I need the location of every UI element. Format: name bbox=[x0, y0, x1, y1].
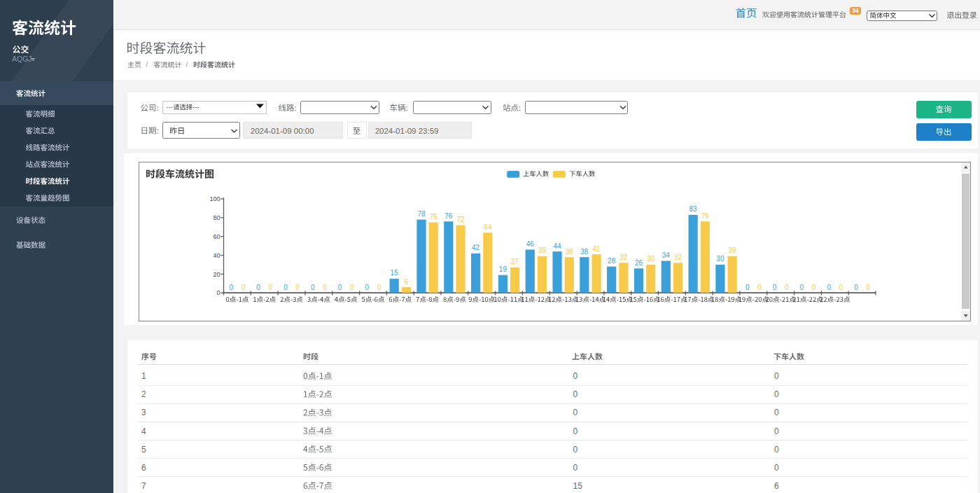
svg-text:0: 0 bbox=[573, 371, 578, 381]
svg-text:0: 0 bbox=[774, 389, 779, 399]
svg-text:0: 0 bbox=[839, 284, 844, 291]
svg-text:0: 0 bbox=[311, 284, 315, 291]
svg-text:0: 0 bbox=[573, 389, 578, 399]
svg-text:2: 2 bbox=[141, 389, 146, 399]
svg-text:15: 15 bbox=[391, 269, 399, 277]
svg-text:/: / bbox=[146, 61, 148, 69]
svg-text:0: 0 bbox=[350, 284, 354, 291]
svg-text:0: 0 bbox=[774, 463, 779, 473]
svg-text:0: 0 bbox=[827, 284, 831, 291]
svg-text:0: 0 bbox=[338, 284, 342, 291]
svg-text:38: 38 bbox=[566, 248, 574, 256]
svg-text:0: 0 bbox=[866, 284, 870, 291]
svg-text:15: 15 bbox=[573, 481, 583, 491]
svg-text:41: 41 bbox=[593, 245, 601, 253]
svg-text:0: 0 bbox=[573, 463, 578, 473]
svg-text:83: 83 bbox=[690, 205, 698, 213]
svg-text:0: 0 bbox=[746, 284, 750, 291]
svg-text:3: 3 bbox=[141, 408, 146, 417]
svg-text:0: 0 bbox=[757, 284, 762, 291]
svg-text:0: 0 bbox=[216, 289, 220, 296]
svg-text:0: 0 bbox=[774, 371, 779, 381]
svg-text:0: 0 bbox=[812, 284, 816, 291]
svg-text:0: 0 bbox=[774, 408, 779, 417]
svg-text:26: 26 bbox=[635, 259, 643, 267]
svg-text:60: 60 bbox=[213, 233, 220, 240]
svg-text:27: 27 bbox=[511, 258, 519, 265]
svg-text:34: 34 bbox=[662, 251, 671, 259]
svg-text:0: 0 bbox=[774, 426, 779, 436]
svg-text:0: 0 bbox=[785, 284, 789, 291]
svg-text:64: 64 bbox=[484, 223, 492, 231]
svg-text:0: 0 bbox=[573, 426, 578, 436]
svg-text:30: 30 bbox=[647, 255, 655, 263]
svg-text:0: 0 bbox=[284, 284, 288, 291]
svg-text:39: 39 bbox=[729, 246, 737, 254]
svg-text:39: 39 bbox=[538, 246, 547, 254]
svg-text:0: 0 bbox=[365, 284, 370, 291]
svg-text:0: 0 bbox=[573, 408, 578, 417]
svg-text:AQGJ: AQGJ bbox=[12, 55, 32, 63]
svg-text:0: 0 bbox=[295, 284, 300, 291]
svg-text:32: 32 bbox=[674, 254, 682, 261]
svg-text:20: 20 bbox=[213, 271, 220, 278]
svg-text:76: 76 bbox=[701, 212, 710, 220]
svg-text:0: 0 bbox=[377, 284, 382, 291]
svg-text:72: 72 bbox=[456, 216, 465, 223]
svg-text:100: 100 bbox=[209, 195, 220, 202]
svg-text:6: 6 bbox=[141, 463, 146, 473]
svg-text:19: 19 bbox=[499, 265, 507, 273]
svg-text:6: 6 bbox=[774, 481, 779, 491]
svg-text:0: 0 bbox=[773, 284, 777, 291]
svg-text:/: / bbox=[186, 61, 188, 69]
svg-text:6: 6 bbox=[405, 278, 409, 286]
svg-text:76: 76 bbox=[444, 212, 453, 220]
svg-text:0: 0 bbox=[230, 284, 234, 291]
svg-text:38: 38 bbox=[580, 248, 589, 256]
svg-text:42: 42 bbox=[472, 244, 480, 251]
svg-text:34: 34 bbox=[852, 7, 859, 14]
svg-text:44: 44 bbox=[553, 242, 561, 250]
svg-text:30: 30 bbox=[716, 255, 724, 263]
svg-text:75: 75 bbox=[430, 213, 438, 221]
svg-text:0: 0 bbox=[774, 445, 779, 454]
svg-text:0: 0 bbox=[241, 284, 246, 291]
svg-text:32: 32 bbox=[620, 254, 628, 261]
svg-text:0: 0 bbox=[573, 445, 578, 454]
svg-text:80: 80 bbox=[213, 214, 220, 221]
svg-text:0: 0 bbox=[323, 284, 327, 291]
svg-text:2024-01-09 23:59: 2024-01-09 23:59 bbox=[375, 127, 439, 135]
svg-text:2024-01-09 00:00: 2024-01-09 00:00 bbox=[251, 127, 314, 135]
svg-text:1: 1 bbox=[141, 371, 146, 381]
svg-text:78: 78 bbox=[417, 210, 426, 218]
svg-text:4: 4 bbox=[141, 426, 146, 436]
svg-text:46: 46 bbox=[526, 240, 535, 248]
svg-text:0: 0 bbox=[269, 284, 273, 291]
svg-text:0: 0 bbox=[854, 284, 858, 291]
svg-text:0: 0 bbox=[800, 284, 804, 291]
svg-text:7: 7 bbox=[141, 481, 146, 491]
svg-text:5: 5 bbox=[141, 445, 146, 454]
svg-text:0: 0 bbox=[256, 284, 260, 291]
svg-text:28: 28 bbox=[608, 257, 616, 265]
svg-text:40: 40 bbox=[213, 252, 220, 259]
